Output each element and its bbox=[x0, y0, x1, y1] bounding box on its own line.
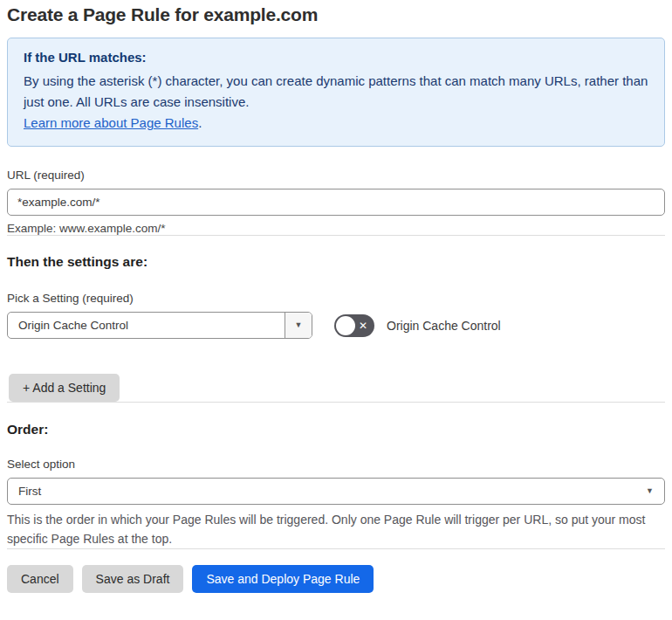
pick-setting-label: Pick a Setting (required) bbox=[7, 292, 665, 305]
link-suffix: . bbox=[198, 115, 202, 130]
chevron-down-icon: ▼ bbox=[295, 321, 303, 329]
divider bbox=[7, 235, 665, 236]
origin-cache-control-toggle[interactable]: ✕ bbox=[334, 314, 374, 337]
url-example-helper: Example: www.example.com/* bbox=[7, 222, 665, 235]
save-as-draft-button[interactable]: Save as Draft bbox=[82, 565, 184, 593]
add-setting-button[interactable]: + Add a Setting bbox=[9, 374, 120, 402]
toggle-knob bbox=[336, 316, 355, 335]
toggle-off-icon: ✕ bbox=[359, 320, 367, 331]
settings-section-heading: Then the settings are: bbox=[7, 254, 665, 270]
url-input[interactable] bbox=[7, 189, 665, 216]
info-box-body: By using the asterisk (*) character, you… bbox=[24, 71, 648, 134]
divider bbox=[7, 548, 665, 549]
setting-toggle-label: Origin Cache Control bbox=[387, 319, 501, 333]
order-select-value: First bbox=[18, 485, 41, 498]
order-helper-text: This is the order in which your Page Rul… bbox=[7, 510, 657, 548]
page-title: Create a Page Rule for example.com bbox=[7, 4, 665, 25]
order-select[interactable]: First ▼ bbox=[7, 478, 665, 505]
url-match-info-box: If the URL matches: By using the asteris… bbox=[7, 38, 665, 147]
setting-row: Origin Cache Control ▼ ✕ Origin Cache Co… bbox=[7, 312, 665, 339]
save-and-deploy-button[interactable]: Save and Deploy Page Rule bbox=[192, 565, 374, 593]
page-rule-form: Create a Page Rule for example.com If th… bbox=[0, 0, 672, 593]
cancel-button[interactable]: Cancel bbox=[7, 565, 73, 593]
divider bbox=[7, 402, 665, 403]
url-field-label: URL (required) bbox=[7, 169, 665, 182]
setting-select-caret-button[interactable]: ▼ bbox=[285, 313, 312, 338]
info-box-text: By using the asterisk (*) character, you… bbox=[24, 73, 648, 109]
footer-actions: Cancel Save as Draft Save and Deploy Pag… bbox=[7, 565, 665, 593]
order-select-label: Select option bbox=[7, 458, 665, 471]
info-box-heading: If the URL matches: bbox=[24, 50, 648, 65]
order-section-heading: Order: bbox=[7, 422, 665, 437]
chevron-down-icon: ▼ bbox=[646, 487, 654, 495]
setting-select[interactable]: Origin Cache Control ▼ bbox=[7, 312, 312, 339]
setting-select-value: Origin Cache Control bbox=[8, 313, 285, 338]
learn-more-link[interactable]: Learn more about Page Rules bbox=[24, 115, 198, 130]
